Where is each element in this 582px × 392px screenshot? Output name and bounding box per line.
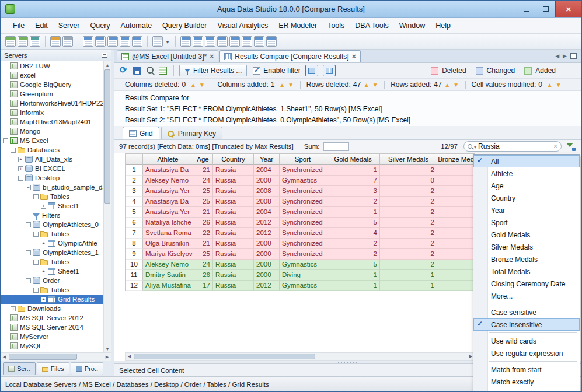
filter-settings-icon[interactable] — [565, 141, 576, 152]
maximize-button[interactable] — [536, 1, 555, 18]
grid-cell[interactable]: Russia — [213, 249, 254, 260]
filter-menu-item-silver-medals[interactable]: Silver Medals — [473, 241, 580, 253]
close-tab-icon[interactable] — [352, 52, 356, 61]
grid-all-icon[interactable] — [217, 36, 228, 47]
tree-item-bi-studio-sample-da[interactable]: −bi_studio_sample_da — [1, 183, 103, 192]
text-view-icon[interactable] — [242, 36, 252, 47]
tree-item-desktop[interactable]: −Desktop — [1, 173, 103, 183]
tab-primary-key[interactable]: Primary Key — [161, 127, 222, 139]
grid-row-7[interactable]: 7Svetlana Roma22Russia2012Synchronized42 — [126, 228, 475, 239]
filter-menu-item-year[interactable]: Year — [473, 204, 580, 216]
schema-script-icon[interactable] — [62, 36, 73, 47]
collapse-icon[interactable]: − — [26, 278, 31, 284]
expand-icon[interactable]: + — [41, 269, 46, 274]
grid-cell[interactable]: Synchronized — [280, 165, 326, 176]
tree-item-downloads[interactable]: +Downloads — [1, 304, 103, 313]
refresh-icon[interactable] — [119, 65, 130, 76]
grid-cell[interactable]: 2 — [326, 197, 380, 207]
tree-horizontal-scrollbar[interactable] — [1, 352, 111, 360]
column-header-age[interactable]: Age — [193, 153, 213, 165]
tree-item-tables[interactable]: −Tables — [1, 257, 103, 267]
menu-dba-tools[interactable]: DBA Tools — [350, 19, 393, 32]
grid-rows-icon[interactable] — [205, 36, 215, 47]
next-difference-icon[interactable] — [555, 80, 562, 89]
grid-cell[interactable] — [437, 207, 475, 218]
expand-icon[interactable]: + — [11, 306, 16, 312]
grid-cell[interactable]: 26 — [193, 270, 213, 281]
grid-cell[interactable]: 5 — [326, 218, 380, 228]
grid-cell[interactable]: 2012 — [254, 281, 280, 291]
tree-item-olympicathletes-0[interactable]: −OlympicAthletes_0 — [1, 220, 103, 229]
filter-menu-item-all[interactable]: All — [473, 155, 580, 167]
tree-item-db2-luw[interactable]: DB2-LUW — [1, 61, 103, 71]
clear-search-icon[interactable] — [553, 142, 557, 150]
grid-cell[interactable]: 1 — [380, 270, 437, 281]
grid-cell[interactable]: 2004 — [254, 165, 280, 176]
column-header-gold-medals[interactable]: Gold Medals — [326, 153, 380, 165]
tree-item-mysql[interactable]: MySQL — [1, 341, 103, 351]
grid-cell[interactable]: Aleksey Nemo — [143, 260, 193, 270]
next-difference-icon[interactable] — [372, 80, 378, 89]
column-header-bronze-medals[interactable]: Bronze Medals — [437, 153, 475, 165]
grid-row-2[interactable]: 2Aleksey Nemo24Russia2000Gymnastics70 — [126, 176, 475, 186]
grid-cell[interactable] — [437, 176, 475, 186]
filter-menu-item-athlete[interactable]: Athlete — [473, 167, 580, 180]
grid-cell[interactable]: Anastasiya Yer — [143, 186, 193, 197]
grid-cell[interactable]: 2000 — [254, 270, 280, 281]
split-vertical-toggle[interactable] — [323, 65, 336, 76]
column-header-year[interactable]: Year — [254, 153, 280, 165]
tree-item-excel[interactable]: excel — [1, 71, 103, 80]
export-grid-icon[interactable] — [266, 36, 277, 47]
grid-cell[interactable]: Nataliya Ishche — [143, 218, 193, 228]
grid-cell[interactable]: Gymnastics — [280, 176, 326, 186]
panel-tab-ser[interactable]: Ser.. — [3, 362, 36, 375]
filter-menu-item-case-sensitive[interactable]: Case sensitive — [473, 306, 580, 318]
horizontal-scrollbar-thumb[interactable] — [9, 354, 77, 360]
save-results-icon[interactable] — [132, 65, 142, 76]
grid-cell[interactable]: Russia — [213, 176, 254, 186]
filter-menu-item-total-medals[interactable]: Total Medals — [473, 265, 580, 278]
tree-item-google-bigquery[interactable]: Google BigQuery — [1, 80, 103, 89]
scroll-down-icon[interactable] — [104, 345, 111, 352]
grid-cell[interactable]: 2 — [380, 249, 437, 260]
close-tab-icon[interactable] — [210, 52, 214, 61]
filter-menu-item-use-regular-expression[interactable]: Use regular expression — [473, 347, 580, 359]
expand-icon[interactable]: + — [18, 157, 23, 162]
grid-cell[interactable]: Anastasiya Da — [143, 197, 193, 207]
grid-cell[interactable] — [437, 165, 475, 176]
grid-row-5[interactable]: 5Anastasiya Yer21Russia2004Synchronized1… — [126, 207, 475, 218]
menu-server[interactable]: Server — [53, 19, 85, 32]
grid-cell[interactable]: Gymnastics — [280, 281, 326, 291]
grid-cell[interactable]: 2008 — [254, 186, 280, 197]
collapse-icon[interactable]: − — [26, 222, 31, 228]
expand-icon[interactable]: + — [18, 166, 23, 172]
grid-cell[interactable]: Russia — [213, 207, 254, 218]
filter-menu-item-match-anywhere[interactable]: Match anywhere — [473, 388, 580, 392]
grid-cell[interactable]: 2 — [380, 239, 437, 249]
tree-item-ms-excel[interactable]: −MS Excel — [1, 136, 103, 145]
scroll-up-icon[interactable] — [104, 61, 111, 68]
filter-menu-item-country[interactable]: Country — [473, 192, 580, 204]
tab-grid[interactable]: Grid — [123, 127, 159, 139]
grid-cell[interactable]: 2 — [380, 218, 437, 228]
filter-menu-item-use-wild-cards[interactable]: Use wild cards — [473, 335, 580, 347]
visual-analytics-icon[interactable] — [132, 36, 142, 47]
menu-edit[interactable]: Edit — [30, 19, 53, 32]
column-header-athlete[interactable]: Athlete — [143, 153, 193, 165]
grid-frozen-icon[interactable] — [229, 36, 240, 47]
grid-cell[interactable]: 0 — [380, 176, 437, 186]
grid-cell[interactable] — [437, 270, 475, 281]
next-tab-icon[interactable]: ▶ — [563, 53, 567, 59]
query-file-dropdown-icon[interactable] — [165, 36, 170, 47]
grid-cell[interactable]: 4 — [326, 228, 380, 239]
grid-cell[interactable]: 24 — [193, 260, 213, 270]
vertical-scrollbar-thumb[interactable] — [104, 69, 110, 204]
menu-query-builder[interactable]: Query Builder — [157, 19, 212, 32]
grid-cell[interactable]: 24 — [193, 176, 213, 186]
grid-cell[interactable]: 1 — [326, 270, 380, 281]
grid-cell[interactable]: 25 — [193, 197, 213, 207]
tree-item-hortonworkshive014hdp22[interactable]: HortonworksHive014HDP22 — [1, 99, 103, 108]
grid-cell[interactable]: Synchronized — [280, 186, 326, 197]
collapse-icon[interactable]: − — [26, 250, 31, 256]
grid-cell[interactable]: 2 — [326, 239, 380, 249]
